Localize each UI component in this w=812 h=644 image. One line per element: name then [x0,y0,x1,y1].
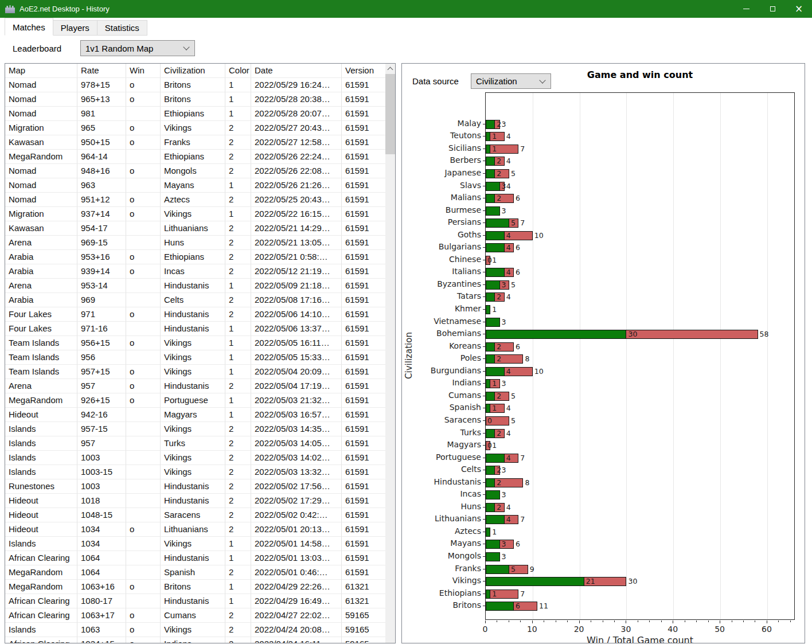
table-row[interactable]: Arabia953+16oEthiopians22022/05/21 0:58:… [5,250,395,264]
cell-version: 61591 [342,107,385,121]
cell-win: o [126,580,161,594]
y-tick-label: Lithuanians [407,514,481,523]
bar-win-segment [486,281,500,289]
scroll-up-button[interactable] [385,64,395,73]
table-row[interactable]: Islands1003-15Vikings22022/05/03 13:32…6… [5,465,395,479]
table-row[interactable]: African Clearing1034+15oIndians22022/04/… [5,637,395,643]
table-row[interactable]: Nomad981Ethiopians12022/05/28 20:07…6159… [5,107,395,121]
cell-date: 2022/05/26 21:26… [251,178,342,193]
table-row[interactable]: Islands957Turks22022/05/03 14:05…61591 [5,436,395,451]
column-header-date[interactable]: Date [251,64,342,78]
cell-civilization: Britons [161,78,225,92]
table-row[interactable]: Arena957oHindustanis22022/05/04 17:19…61… [5,379,395,393]
tab-matches[interactable]: Matches [5,18,53,36]
table-row[interactable]: Islands957-15Vikings22022/05/03 14:35…61… [5,422,395,436]
y-tick [483,210,485,211]
column-header-color[interactable]: Color [225,64,251,78]
cell-win: o [126,623,161,637]
cell-civilization: Ethiopians [161,107,225,121]
bar-khmer [486,305,490,314]
table-row[interactable]: Hideout1048-15Saracens22022/05/02 0:42:…… [5,508,395,522]
table-row[interactable]: African Clearing1080-17Hindustanis12022/… [5,594,395,608]
y-tick [483,260,485,260]
y-tick-label: Koreans [407,341,481,350]
column-header-version[interactable]: Version [342,64,385,78]
cell-civilization: Hindustanis [161,279,225,293]
table-row[interactable]: Kawasan950+15oFranks22022/05/27 12:58…61… [5,135,395,150]
table-row[interactable]: Islands1034Vikings12022/05/01 14:58…6159… [5,537,395,551]
maximize-button[interactable] [759,0,786,18]
tab-players[interactable]: Players [53,20,97,36]
table-row[interactable]: Arabia939+14oIncas22022/05/12 21:19…6159… [5,264,395,279]
minimize-button[interactable] [733,0,759,18]
tab-statistics[interactable]: Statistics [97,20,147,36]
cell-rate: 942-16 [77,408,126,422]
column-header-win[interactable]: Win [126,64,161,78]
cell-rate: 1048-15 [77,508,126,522]
cell-win [126,236,161,250]
table-row[interactable]: Nomad965+13oBritons12022/05/28 20:38…615… [5,92,395,107]
table-row[interactable]: Nomad963Mayans12022/05/26 21:26…61591 [5,178,395,193]
chevron-up-icon [388,67,393,73]
table-row[interactable]: Four Lakes971oHindustanis22022/05/06 14:… [5,307,395,322]
total-count-label: 5 [511,416,516,426]
bar-win-segment [486,232,505,240]
table-row[interactable]: Migration937+14oVikings12022/05/22 16:15… [5,207,395,221]
cell-win: o [126,307,161,322]
x-minor-tick [614,620,615,622]
table-row[interactable]: Nomad978+15oBritons12022/05/29 16:24…615… [5,78,395,92]
table-row[interactable]: Islands1063oVikings22022/04/24 20:08…591… [5,623,395,637]
table-row[interactable]: Team Islands956Vikings12022/05/05 15:33…… [5,350,395,365]
cell-color: 1 [225,78,251,92]
bar-win-segment [486,330,626,338]
table-row[interactable]: MegaRandom1064Spanish22022/05/01 0:46:…6… [5,565,395,580]
cell-civilization: Mongols [161,164,225,178]
cell-map: Nomad [5,178,77,193]
leaderboard-select[interactable]: 1v1 Random Map [80,40,195,56]
y-tick-label: Hindustanis [407,477,481,486]
table-row[interactable]: Team Islands957+15oVikings12022/05/04 20… [5,365,395,379]
table-row[interactable]: Runestones1003Hindustanis22022/05/02 17:… [5,479,395,494]
cell-rate: 1003 [77,451,126,465]
column-header-civilization[interactable]: Civilization [161,64,225,78]
column-header-rate[interactable]: Rate [77,64,126,78]
total-count-label: 3 [502,379,506,388]
cell-win [126,408,161,422]
scrollbar-thumb[interactable] [385,74,395,154]
table-row[interactable]: Islands1003Vikings22022/05/03 14:02…6159… [5,451,395,465]
win-count-label: 1 [492,590,497,599]
bar-win-segment [486,516,505,524]
table-row[interactable]: Hideout942-16Magyars12022/05/03 16:57…61… [5,408,395,422]
cell-version: 61591 [342,522,385,537]
cell-color: 2 [225,522,251,537]
table-scrollbar[interactable] [385,64,395,643]
cell-date: 2022/05/03 14:05… [251,436,342,451]
cell-win [126,465,161,479]
table-row[interactable]: Four Lakes971-16Hindustanis12022/05/06 1… [5,322,395,336]
table-row[interactable]: Arena953-14Hindustanis12022/05/09 21:18…… [5,279,395,293]
cell-win [126,451,161,465]
column-header-map[interactable]: Map [5,64,77,78]
table-row[interactable]: MegaRandom1063+16oBritons12022/04/29 22:… [5,580,395,594]
table-row[interactable]: Arabia969Celts22022/05/08 17:16…61591 [5,293,395,307]
table-row[interactable]: African Clearing1063+17oCumans22022/04/2… [5,608,395,623]
close-button[interactable]: × [786,0,812,18]
table-row[interactable]: Hideout1034oLithuanians22022/05/01 20:13… [5,522,395,537]
win-count-label: 2 [497,429,501,438]
table-row[interactable]: Nomad948+16oMongols22022/05/26 22:08…615… [5,164,395,178]
table-row[interactable]: Team Islands956+15oVikings12022/05/05 16… [5,336,395,350]
table-row[interactable]: Nomad951+12oAztecs22022/05/25 20:43…6159… [5,193,395,207]
table-row[interactable]: MegaRandom926+15oPortuguese12022/05/03 2… [5,393,395,408]
cell-map: Islands [5,465,77,479]
cell-date: 2022/05/22 16:15… [251,207,342,221]
cell-version: 61591 [342,393,385,408]
cell-map: Islands [5,623,77,637]
table-row[interactable]: Arena969-15Huns22022/05/21 13:05…61591 [5,236,395,250]
y-tick-label: Indians [407,378,481,387]
table-row[interactable]: Migration965oVikings22022/05/27 20:43…61… [5,121,395,135]
table-row[interactable]: Hideout1018Hindustanis22022/05/02 17:29…… [5,494,395,508]
table-row[interactable]: MegaRandom964-14Ethiopians22022/05/26 22… [5,150,395,164]
y-tick [483,272,485,272]
table-row[interactable]: African Clearing1064Hindustanis12022/05/… [5,551,395,565]
table-row[interactable]: Kawasan954-17Lithuanians22022/05/21 14:2… [5,221,395,236]
